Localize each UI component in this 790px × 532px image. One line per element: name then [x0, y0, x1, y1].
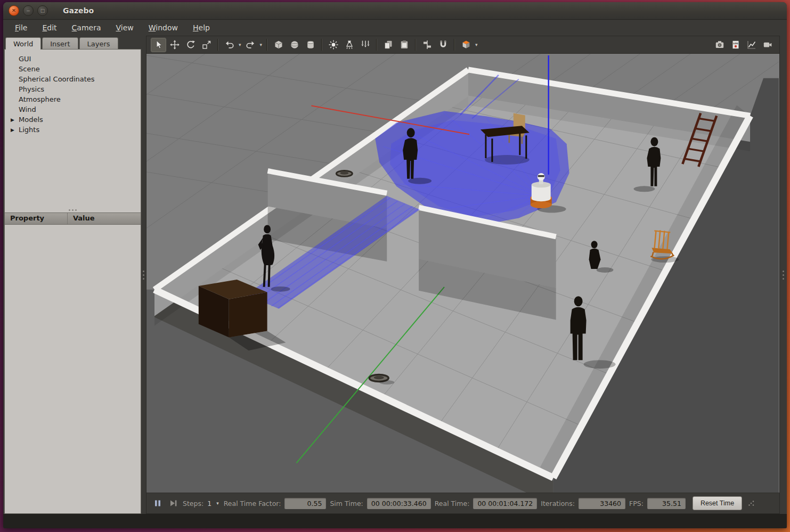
menu-edit[interactable]: Edit: [35, 21, 64, 35]
world-panel: GUI Scene Spherical Coordinates Physics …: [4, 49, 141, 514]
tab-layers[interactable]: Layers: [79, 37, 118, 50]
render-toolbar: ▾ ▾: [146, 36, 779, 54]
window-controls: ✕ − □: [9, 5, 48, 16]
tree-item-wind[interactable]: Wind: [5, 104, 141, 114]
real-time-factor-value: 0.55: [284, 498, 326, 509]
titlebar[interactable]: ✕ − □ Gazebo: [3, 2, 787, 20]
value-column-header[interactable]: Value: [68, 213, 95, 224]
menu-window[interactable]: Window: [141, 21, 185, 35]
property-splitter[interactable]: [5, 207, 141, 212]
world-tree: GUI Scene Spherical Coordinates Physics …: [5, 50, 141, 207]
undo-icon: [224, 39, 235, 50]
real-time-factor-label: Real Time Factor:: [224, 500, 281, 508]
tab-insert[interactable]: Insert: [42, 37, 78, 50]
spot-light-icon: [344, 39, 355, 50]
steps-caret[interactable]: ▾: [215, 501, 220, 506]
box-shape-icon: [273, 39, 284, 50]
insert-cylinder-button[interactable]: [303, 38, 318, 52]
left-panel: World Insert Layers GUI Scene Spherical …: [4, 36, 141, 514]
point-light-button[interactable]: [325, 38, 341, 52]
undo-button[interactable]: [222, 38, 237, 52]
directional-light-button[interactable]: [357, 38, 373, 52]
spot-light-button[interactable]: [341, 38, 357, 52]
copy-icon: [383, 39, 394, 50]
main-area: World Insert Layers GUI Scene Spherical …: [3, 36, 787, 514]
scale-tool-button[interactable]: [199, 38, 214, 52]
close-button[interactable]: ✕: [9, 5, 19, 16]
steps-spinner[interactable]: 1: [207, 500, 211, 508]
log-record-icon: LOG: [730, 39, 741, 50]
fps-label: FPS:: [629, 500, 644, 508]
toolbar-separator: [321, 39, 322, 51]
insert-sphere-button[interactable]: [287, 38, 302, 52]
plot-button[interactable]: [744, 38, 759, 52]
tree-item-lights[interactable]: ▶Lights: [5, 125, 141, 135]
iterations-label: Iterations:: [541, 500, 575, 508]
align-button[interactable]: [419, 38, 435, 52]
menu-view[interactable]: View: [109, 21, 141, 35]
paste-button[interactable]: [396, 38, 412, 52]
pause-icon: [153, 499, 162, 508]
tree-item-spherical[interactable]: Spherical Coordinates: [5, 74, 141, 84]
view-angle-caret[interactable]: ▾: [474, 42, 479, 47]
basin-model[interactable]: [336, 170, 352, 176]
tree-item-physics[interactable]: Physics: [5, 84, 141, 94]
toolbar-separator: [217, 39, 218, 51]
property-table-body: [5, 225, 141, 513]
tree-item-label: Lights: [19, 126, 39, 134]
tab-world[interactable]: World: [5, 37, 41, 50]
tree-item-atmosphere[interactable]: Atmosphere: [5, 94, 141, 104]
plot-icon: [746, 39, 757, 50]
redo-button[interactable]: [243, 38, 258, 52]
property-column-header[interactable]: Property: [5, 213, 68, 224]
expand-arrow-icon[interactable]: ▶: [11, 116, 14, 124]
property-table-header: Property Value: [5, 212, 141, 225]
tree-item-models[interactable]: ▶Models: [5, 114, 141, 125]
redo-history-caret[interactable]: ▾: [259, 42, 264, 47]
select-arrow-icon: [153, 39, 164, 50]
view-angle-cube-icon: [461, 39, 471, 50]
cylinder-shape-icon: [305, 39, 316, 50]
camera-icon: [714, 39, 725, 50]
align-icon: [422, 39, 433, 50]
tree-item-gui[interactable]: GUI: [5, 54, 141, 64]
redo-icon: [245, 39, 256, 50]
video-record-button[interactable]: [760, 38, 775, 52]
select-tool-button[interactable]: [151, 38, 166, 52]
insert-box-button[interactable]: [271, 38, 286, 52]
maximize-button[interactable]: □: [37, 5, 48, 16]
reset-time-button[interactable]: Reset Time: [693, 496, 742, 510]
copy-button[interactable]: [380, 38, 396, 52]
panel-viewport-splitter[interactable]: [141, 36, 146, 514]
step-button[interactable]: [167, 497, 179, 509]
menu-camera[interactable]: Camera: [64, 21, 109, 35]
minimize-button[interactable]: −: [23, 5, 34, 16]
tree-item-scene[interactable]: Scene: [5, 64, 141, 74]
paste-icon: [399, 39, 410, 50]
menu-help[interactable]: Help: [185, 21, 217, 35]
panel-tabs: World Insert Layers: [4, 36, 141, 50]
expand-arrow-icon[interactable]: ▶: [11, 126, 14, 134]
undo-history-caret[interactable]: ▾: [238, 42, 242, 47]
simulation-statusbar: Steps: 1 ▾ Real Time Factor: 0.55 Sim Ti…: [146, 493, 779, 513]
right-edge-splitter[interactable]: [780, 36, 787, 514]
log-record-button[interactable]: LOG: [728, 38, 743, 52]
scene-canvas[interactable]: [146, 54, 779, 493]
screenshot-button[interactable]: [712, 38, 727, 52]
real-time-label: Real Time:: [435, 500, 470, 508]
menubar: File Edit Camera View Window Help: [3, 20, 787, 36]
snap-button[interactable]: [435, 38, 451, 52]
gazebo-window: ✕ − □ Gazebo File Edit Camera View Windo…: [3, 2, 787, 528]
pause-button[interactable]: [152, 497, 164, 509]
render-scene[interactable]: [146, 54, 779, 493]
view-angle-button[interactable]: [458, 38, 474, 52]
sphere-shape-icon: [289, 39, 300, 50]
scale-icon: [201, 39, 212, 50]
menu-file[interactable]: File: [7, 21, 35, 35]
steps-label: Steps:: [183, 500, 203, 508]
translate-tool-button[interactable]: [167, 38, 182, 52]
rotate-tool-button[interactable]: [183, 38, 198, 52]
real-time-value: 00 00:01:04.172: [473, 498, 537, 509]
window-resize-grip[interactable]: [748, 500, 754, 506]
translate-icon: [169, 39, 180, 50]
